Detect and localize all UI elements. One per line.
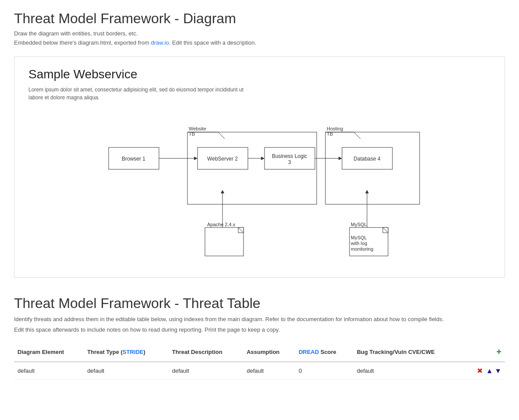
- threat-table-body: default default default default 0 defaul…: [14, 362, 505, 380]
- drawio-link[interactable]: draw.io: [151, 39, 169, 46]
- cell-threat-type[interactable]: default: [84, 362, 169, 380]
- threat-table-section: Threat Model Framework - Threat Table Id…: [14, 295, 505, 380]
- cell-diagram-element[interactable]: default: [14, 362, 84, 380]
- svg-text:MySQL: MySQL: [351, 235, 367, 240]
- link-after: . Edit this space with a description.: [169, 39, 256, 46]
- diagram-svg: Website TB Hosting TB Browser 1 WebServe…: [95, 115, 424, 263]
- cell-dread-score[interactable]: 0: [295, 362, 353, 380]
- col-dread-score: DREAD Score: [295, 343, 353, 362]
- svg-text:3: 3: [288, 159, 291, 165]
- svg-rect-19: [342, 147, 392, 169]
- svg-marker-13: [261, 157, 265, 160]
- diagram-title: Sample Webservice: [28, 67, 491, 81]
- svg-text:Apache 2.4.x: Apache 2.4.x: [207, 222, 236, 227]
- svg-text:TB: TB: [327, 131, 333, 136]
- svg-rect-28: [350, 228, 388, 256]
- table-row: default default default default 0 defaul…: [14, 362, 505, 380]
- svg-marker-22: [221, 190, 224, 193]
- move-down-button[interactable]: ▼: [494, 367, 501, 375]
- cell-bug-tracking[interactable]: default: [353, 362, 464, 380]
- cell-assumption[interactable]: default: [243, 362, 295, 380]
- cell-threat-description[interactable]: default: [169, 362, 243, 380]
- svg-text:Database 4: Database 4: [353, 156, 381, 162]
- threat-desc-2: Edit this space afterwards to include no…: [14, 326, 505, 334]
- col-diagram-element: Diagram Element: [14, 343, 84, 362]
- svg-text:TB: TB: [189, 131, 195, 136]
- col-add-header: +: [464, 343, 505, 362]
- threat-table-title: Threat Model Framework - Threat Table: [14, 295, 505, 312]
- svg-line-26: [238, 228, 244, 233]
- svg-line-29: [383, 228, 388, 233]
- cell-actions: ✖ ▲ ▼: [464, 362, 505, 380]
- svg-text:MySQL: MySQL: [351, 222, 367, 227]
- col-threat-description: Threat Description: [169, 343, 243, 362]
- page-title: Threat Model Framework - Diagram: [14, 10, 505, 27]
- svg-rect-6: [109, 147, 159, 169]
- threat-table: Diagram Element Threat Type (STRIDE) Thr…: [14, 343, 505, 380]
- svg-text:Website: Website: [189, 126, 206, 131]
- svg-marker-24: [365, 190, 369, 193]
- diagram-section: Sample Webservice Lorem ipsum dolor sit …: [14, 56, 505, 278]
- svg-marker-9: [194, 157, 198, 160]
- col-threat-type: Threat Type (STRIDE): [84, 343, 169, 362]
- svg-rect-14: [265, 147, 315, 169]
- page-subtitle: Draw the diagram with entities, trust bo…: [14, 30, 505, 37]
- svg-rect-0: [187, 132, 317, 204]
- svg-rect-25: [205, 228, 244, 256]
- svg-text:Business Logic: Business Logic: [272, 153, 307, 159]
- move-up-button[interactable]: ▲: [486, 367, 493, 375]
- architecture-diagram: Website TB Hosting TB Browser 1 WebServe…: [95, 115, 424, 263]
- svg-text:with log: with log: [350, 241, 367, 246]
- diagram-description: Lorem ipsum dolor sit amet, consectetur …: [28, 86, 247, 102]
- svg-text:Browser 1: Browser 1: [121, 156, 145, 162]
- svg-text:WebServer 2: WebServer 2: [207, 156, 238, 162]
- link-line: Embedded below there's diagram.html, exp…: [14, 39, 505, 46]
- svg-rect-10: [198, 147, 248, 169]
- delete-row-button[interactable]: ✖: [477, 367, 483, 375]
- col-assumption: Assumption: [243, 343, 295, 362]
- svg-text:Hosting: Hosting: [327, 126, 343, 131]
- threat-desc-1: Identify threats and address them in the…: [14, 315, 505, 324]
- svg-rect-3: [325, 132, 420, 204]
- svg-text:monitoring: monitoring: [351, 246, 373, 252]
- link-before: Embedded below there's diagram.html, exp…: [14, 39, 151, 46]
- add-row-button[interactable]: +: [496, 347, 501, 357]
- svg-marker-18: [339, 157, 342, 160]
- col-bug-tracking: Bug Tracking/Vuln CVE/CWE: [353, 343, 464, 362]
